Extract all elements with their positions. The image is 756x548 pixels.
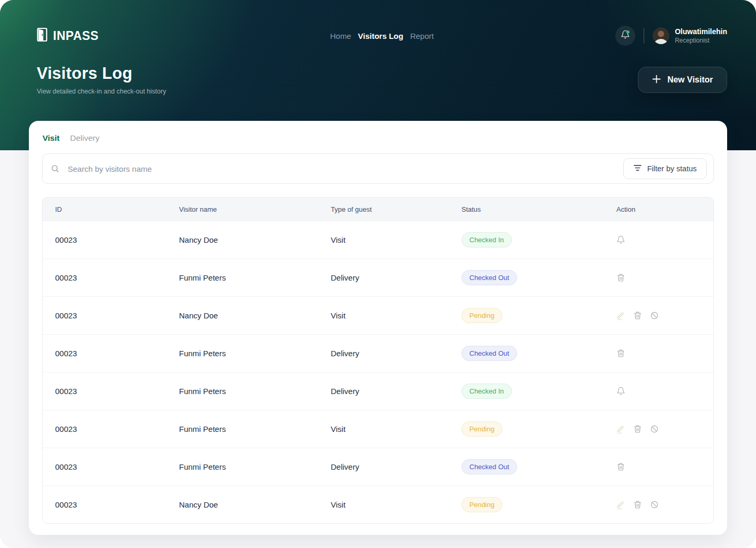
status-badge: Pending	[461, 421, 502, 437]
top-right-cluster: Oluwatimilehin Receptionist	[615, 26, 727, 46]
table-row: 00023 Nancy Doe Visit Pending	[43, 296, 713, 334]
nav-item-report[interactable]: Report	[410, 32, 434, 40]
tab-visit[interactable]: Visit	[43, 133, 59, 143]
nav-item-home[interactable]: Home	[330, 32, 351, 40]
top-navigation-bar: INPASS Home Visitors Log Report	[37, 23, 727, 48]
user-role: Receptionist	[675, 37, 727, 45]
row-actions	[604, 500, 713, 509]
door-icon	[37, 27, 49, 44]
delete-icon[interactable]	[616, 349, 625, 358]
delete-icon[interactable]	[616, 273, 625, 282]
row-actions	[604, 349, 713, 358]
filter-icon	[633, 164, 642, 173]
main-nav: Home Visitors Log Report	[330, 32, 434, 40]
guest-type: Delivery	[318, 462, 449, 471]
delete-icon[interactable]	[616, 462, 625, 471]
visitor-id: 00023	[43, 425, 166, 433]
guest-type: Delivery	[318, 349, 449, 358]
column-header-visitor-name: Visitor name	[166, 205, 318, 213]
plus-icon	[652, 75, 661, 86]
status-badge: Checked Out	[461, 459, 517, 474]
status-badge: Checked In	[461, 232, 512, 247]
bell-icon[interactable]	[616, 387, 625, 396]
status-badge: Pending	[461, 308, 502, 323]
edit-icon[interactable]	[616, 425, 625, 433]
table-row: 00023 Funmi Peters Delivery Checked Out	[43, 448, 713, 485]
visitor-name: Funmi Peters	[166, 349, 318, 358]
app-screen: INPASS Home Visitors Log Report	[0, 0, 756, 548]
table-row: 00023 Funmi Peters Visit Pending	[43, 410, 713, 448]
visitor-name: Funmi Peters	[166, 462, 318, 471]
status-badge: Checked In	[461, 384, 512, 399]
visitor-id: 00023	[43, 462, 166, 471]
visitor-id: 00023	[43, 500, 166, 509]
visitors-log-card: Visit Delivery Filter by status	[29, 121, 727, 535]
table-row: 00023 Funmi Peters Delivery Checked In	[43, 372, 713, 410]
visitor-id: 00023	[43, 349, 166, 358]
nav-item-visitors-log[interactable]: Visitors Log	[358, 32, 403, 40]
visitor-name: Funmi Peters	[166, 425, 318, 433]
bell-icon[interactable]	[616, 235, 625, 244]
page-title: Visitors Log	[37, 64, 166, 83]
avatar	[653, 27, 669, 44]
column-header-id: ID	[43, 205, 166, 213]
visitor-name: Nancy Doe	[166, 311, 318, 320]
search-icon	[50, 164, 60, 175]
guest-type: Visit	[318, 425, 449, 433]
new-visitor-button[interactable]: New Visitor	[638, 67, 727, 93]
table-body: 00023 Nancy Doe Visit Checked In 00023 F…	[43, 221, 713, 523]
table-row: 00023 Nancy Doe Visit Pending	[43, 485, 713, 523]
row-actions	[604, 235, 713, 244]
visitor-id: 00023	[43, 311, 166, 320]
ban-icon[interactable]	[650, 311, 659, 320]
table-row: 00023 Funmi Peters Delivery Checked Out	[43, 259, 713, 296]
notifications-button[interactable]	[615, 26, 635, 46]
visitor-id: 00023	[43, 273, 166, 282]
filter-label: Filter by status	[647, 164, 697, 173]
column-header-action: Action	[604, 205, 713, 213]
delete-icon[interactable]	[633, 425, 642, 433]
brand-name: INPASS	[53, 29, 99, 43]
status-badge: Checked Out	[461, 270, 517, 285]
new-visitor-label: New Visitor	[667, 75, 713, 85]
tab-delivery[interactable]: Delivery	[70, 133, 99, 143]
guest-type: Delivery	[318, 273, 449, 282]
row-actions	[604, 387, 713, 396]
table-header: ID Visitor name Type of guest Status Act…	[43, 198, 713, 221]
header-divider	[644, 28, 644, 44]
page-subtitle: View detailed check-in and check-out his…	[37, 88, 166, 95]
filter-by-status-button[interactable]: Filter by status	[623, 158, 707, 179]
column-header-status: Status	[449, 205, 604, 213]
guest-type: Visit	[318, 311, 449, 320]
edit-icon[interactable]	[616, 311, 625, 320]
tabs: Visit Delivery	[42, 133, 714, 143]
row-actions	[604, 425, 713, 433]
visitor-name: Nancy Doe	[166, 235, 318, 244]
status-badge: Pending	[461, 497, 502, 512]
row-actions	[604, 462, 713, 471]
guest-type: Delivery	[318, 387, 449, 396]
delete-icon[interactable]	[633, 500, 642, 509]
ban-icon[interactable]	[650, 500, 659, 509]
visitor-name: Nancy Doe	[166, 500, 318, 509]
visitor-id: 00023	[43, 387, 166, 396]
user-name: Oluwatimilehin	[675, 27, 727, 37]
guest-type: Visit	[318, 500, 449, 509]
table-row: 00023 Nancy Doe Visit Checked In	[43, 221, 713, 259]
status-badge: Checked Out	[461, 346, 517, 361]
visitors-table: ID Visitor name Type of guest Status Act…	[42, 197, 714, 524]
page-title-block: Visitors Log View detailed check-in and …	[37, 64, 166, 95]
ban-icon[interactable]	[650, 425, 659, 433]
row-actions	[604, 273, 713, 282]
brand-logo: INPASS	[37, 27, 99, 44]
guest-type: Visit	[318, 235, 449, 244]
search-row: Filter by status	[42, 153, 714, 184]
edit-icon[interactable]	[616, 500, 625, 509]
visitor-name: Funmi Peters	[166, 387, 318, 396]
search-input[interactable]	[42, 153, 714, 184]
table-row: 00023 Funmi Peters Delivery Checked Out	[43, 334, 713, 372]
visitor-id: 00023	[43, 235, 166, 244]
delete-icon[interactable]	[633, 311, 642, 320]
user-profile[interactable]: Oluwatimilehin Receptionist	[653, 27, 727, 45]
visitor-name: Funmi Peters	[166, 273, 318, 282]
